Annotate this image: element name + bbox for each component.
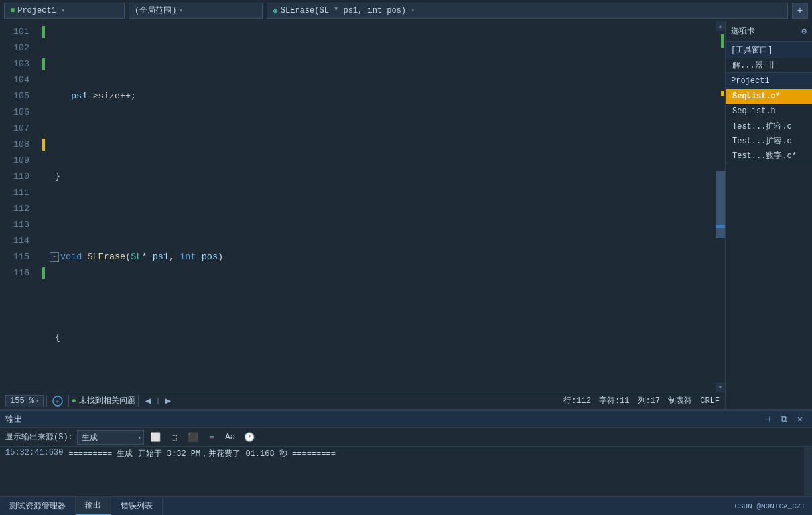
add-tab-button[interactable]: +: [792, 3, 808, 19]
output-source-wrapper: 生成 ▾: [77, 430, 144, 445]
status-text: 未找到相关问题: [79, 395, 135, 407]
test1-label: Test...扩容.c: [732, 121, 792, 132]
scroll-mark-yellow: [721, 91, 724, 96]
char-info: 字符:11: [599, 395, 630, 407]
sidebar-item-seqlistc[interactable]: SeqList.c*: [726, 89, 812, 104]
vertical-scrollbar[interactable]: ▲ ▼: [716, 21, 725, 392]
gutter: [35, 21, 47, 392]
status-sep-3: [138, 395, 139, 407]
col-info: 列:17: [638, 395, 661, 407]
output-btn-5[interactable]: Aa: [223, 430, 238, 445]
test2-label: Test...扩容.c: [732, 135, 792, 147]
scroll-up-btn[interactable]: ▲: [716, 21, 725, 31]
top-bar: ■ Project1 ▾ (全局范围) ▾ ◈ SLErase(SL * ps1…: [0, 0, 812, 21]
tab-output-label: 输出: [85, 500, 101, 511]
sidebar-tools-header: [工具窗口]: [726, 42, 812, 58]
zoom-arrow-icon: ▾: [36, 398, 39, 404]
func-dropdown[interactable]: ◈ SLErase(SL * ps1, int pos) ▾: [267, 3, 788, 19]
output-btn-4[interactable]: ≡: [204, 430, 219, 445]
zoom-value: 155 %: [10, 396, 34, 406]
horizontal-scrollbar[interactable]: [157, 398, 159, 404]
output-toolbar: 显示输出来源(S): 生成 ▾ ⬜ ⬚ ⬛ ≡ Aa 🕐: [0, 428, 812, 447]
sidebar-header: 选项卡 ⚙: [726, 21, 812, 42]
scroll-mark-green-1: [721, 34, 724, 48]
status-nav: ◀ ▶: [141, 394, 175, 408]
scope-dropdown[interactable]: (全局范围) ▾: [129, 3, 263, 19]
tab-test-manager-label: 测试资源管理器: [9, 500, 66, 512]
status-icon-button[interactable]: ⚡: [50, 394, 66, 409]
sidebar-section-project: Project1 SeqList.c* SeqList.h Test...扩容.…: [726, 73, 812, 163]
output-btn-clock[interactable]: 🕐: [242, 430, 257, 445]
output-timestamp: 15:32:41:630: [5, 448, 63, 457]
zoom-control[interactable]: 155 % ▾: [5, 395, 44, 407]
editor-area: 101 102 103 104 105 106 107 108 109 110 …: [0, 21, 725, 409]
close-output-button[interactable]: ✕: [793, 413, 807, 426]
output-content: 15:32:41:630 ========= 生成 开始于 3:32 PM，并花…: [0, 447, 812, 496]
right-sidebar: 选项卡 ⚙ [工具窗口] 解...器 卝 Project1 SeqList.c*…: [725, 21, 812, 409]
seqlistc-label: SeqList.c*: [732, 92, 781, 101]
code-line-104: {: [47, 329, 716, 346]
output-btn-2[interactable]: ⬚: [167, 430, 182, 445]
sidebar-item-debug[interactable]: 解...器 卝: [726, 58, 812, 72]
gear-icon[interactable]: ⚙: [801, 26, 807, 37]
debug-label: 解...器 卝: [732, 60, 776, 71]
code-view[interactable]: 101 102 103 104 105 106 107 108 109 110 …: [0, 21, 725, 392]
scroll-thumb[interactable]: [716, 171, 725, 238]
tab-test-manager[interactable]: 测试资源管理器: [0, 497, 76, 516]
output-btn-1[interactable]: ⬜: [148, 430, 163, 445]
seqlisth-label: SeqList.h: [732, 106, 776, 116]
svg-text:⚡: ⚡: [56, 398, 60, 406]
fold-btn-103[interactable]: -: [50, 252, 59, 262]
float-button[interactable]: ⧉: [777, 413, 791, 426]
output-btn-3[interactable]: ⬛: [186, 430, 200, 445]
sidebar-item-test3[interactable]: Test...数字.c*: [726, 148, 812, 163]
tab-error-list[interactable]: 错误列表: [111, 497, 163, 516]
line-numbers: 101 102 103 104 105 106 107 108 109 110 …: [0, 21, 35, 392]
sidebar-item-test2[interactable]: Test...扩容.c: [726, 133, 812, 148]
output-title: 输出: [5, 413, 23, 425]
scope-label: (全局范围): [135, 5, 176, 16]
eol-info: CRLF: [700, 396, 720, 406]
output-message: ========= 生成 开始于 3:32 PM，并花费了 01.168 秒 =…: [68, 448, 335, 459]
status-right: 行:112 字符:11 列:17 制表符 CRLF: [563, 395, 720, 407]
bottom-brand-text: CSDN @MONICA_CZT: [734, 502, 812, 510]
project-dropdown[interactable]: ■ Project1 ▾: [4, 3, 125, 19]
project-label: Project1: [17, 6, 56, 15]
status-bar: 155 % ▾ ⚡ ● 未找到相关问题 ◀ ▶ 行: [0, 392, 725, 409]
scroll-track[interactable]: [716, 31, 725, 382]
status-ok-icon: ●: [72, 396, 76, 406]
code-line-102: }: [47, 169, 716, 185]
code-line-101: ps1->size++;: [47, 88, 716, 104]
row-info: 行:112: [563, 395, 591, 407]
func-label: SLErase(SL * ps1, int pos): [281, 6, 406, 15]
code-editor[interactable]: ps1->size++; } - void SLErase(SL* ps1, i…: [47, 21, 716, 392]
tools-header-label: [工具窗口]: [731, 44, 772, 56]
bottom-tabbar: 测试资源管理器 输出 错误列表 CSDN @MONICA_CZT: [0, 496, 812, 515]
sidebar-item-test1[interactable]: Test...扩容.c: [726, 119, 812, 133]
nav-right-button[interactable]: ▶: [161, 394, 175, 408]
output-source-label: 显示输出来源(S):: [5, 431, 73, 443]
sidebar-item-seqlisth[interactable]: SeqList.h: [726, 104, 812, 119]
scroll-down-btn[interactable]: ▼: [716, 382, 725, 392]
pin-button[interactable]: ⊣: [761, 413, 774, 426]
nav-left-button[interactable]: ◀: [141, 394, 155, 408]
add-icon: +: [797, 5, 803, 16]
tab-output[interactable]: 输出: [76, 497, 111, 516]
output-panel: 输出 ⊣ ⧉ ✕ 显示输出来源(S): 生成 ▾ ⬜ ⬚ ⬛ ≡ Aa 🕐 15…: [0, 409, 812, 496]
project-arrow-icon: ▾: [62, 7, 65, 13]
code-line-103: - void SLErase(SL* ps1, int pos): [47, 249, 716, 265]
project-icon: ■: [10, 6, 15, 15]
lightning-icon: ⚡: [52, 396, 63, 407]
sidebar-header-label: 选项卡: [731, 25, 755, 37]
func-icon: ◈: [273, 5, 278, 16]
output-vertical-scrollbar[interactable]: [804, 447, 812, 496]
main-area: 101 102 103 104 105 106 107 108 109 110 …: [0, 21, 812, 409]
status-sep-1: [46, 395, 47, 407]
tab-error-list-label: 错误列表: [121, 500, 153, 512]
sidebar-section-tools: [工具窗口] 解...器 卝: [726, 42, 812, 73]
sidebar-project-header: Project1: [726, 73, 812, 89]
output-titlebar: 输出 ⊣ ⧉ ✕: [0, 411, 812, 428]
test3-label: Test...数字.c*: [732, 150, 797, 161]
output-source-select[interactable]: 生成: [77, 430, 144, 445]
tab-info: 制表符: [668, 395, 692, 407]
